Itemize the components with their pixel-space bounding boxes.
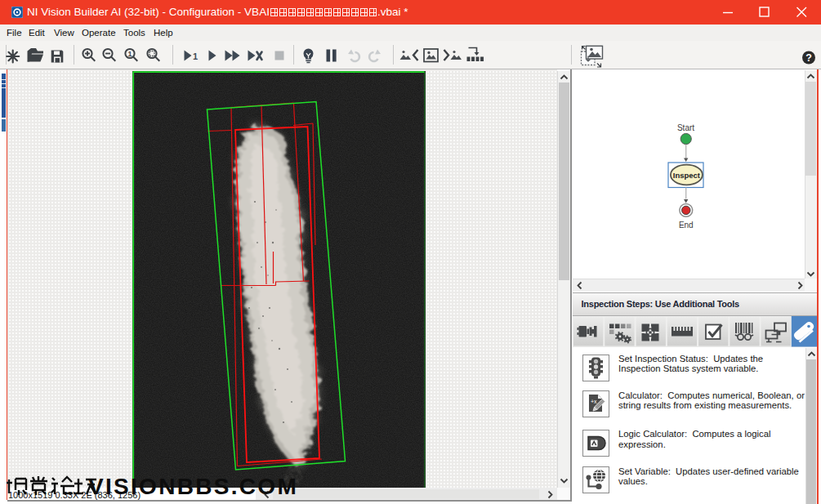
svg-text:End: End — [678, 221, 693, 230]
svg-text:+x: +x — [591, 399, 597, 404]
svg-text:Inspect: Inspect — [672, 171, 700, 180]
svg-text:1: 1 — [193, 51, 198, 61]
svg-text:1: 1 — [127, 50, 132, 58]
svg-text:VISIONBBS.COM: VISIONBBS.COM — [88, 475, 298, 497]
svg-text:?: ? — [805, 52, 812, 64]
svg-text:Start: Start — [676, 123, 694, 132]
